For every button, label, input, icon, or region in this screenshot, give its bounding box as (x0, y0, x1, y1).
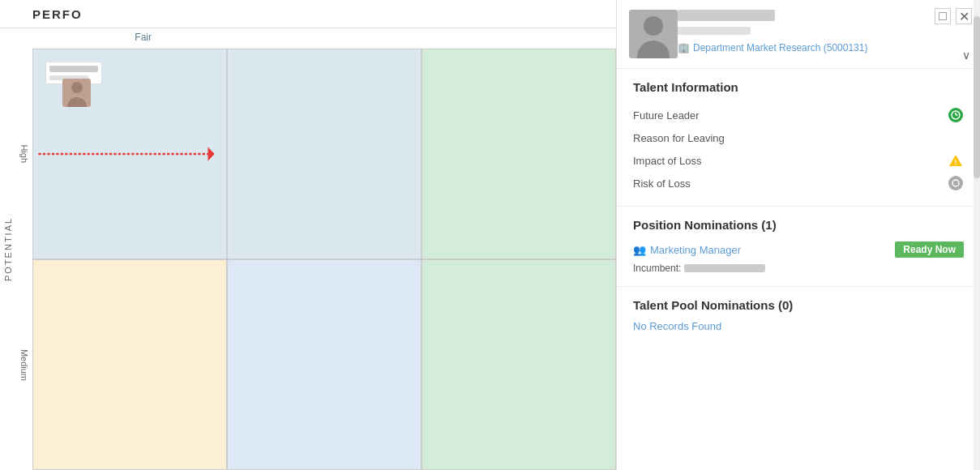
building-icon: 🏢 (678, 42, 690, 53)
scrollbar-track (974, 0, 980, 470)
row-label-medium-text: Medium (19, 348, 29, 380)
gray-circle-icon (948, 176, 963, 190)
close-button[interactable]: ✕ (956, 8, 972, 24)
risk-label: Risk of Loss (633, 177, 691, 190)
ready-now-badge: Ready Now (895, 241, 964, 258)
matrix-row-high: High (16, 49, 616, 259)
talent-row-impact: Impact of Loss ! (633, 149, 964, 172)
matrix-cells-high (32, 49, 616, 259)
reason-icon (948, 130, 964, 146)
warning-triangle-icon: ! (948, 154, 963, 167)
talent-section-title: Talent Information (633, 80, 964, 94)
chevron-button[interactable]: ∨ (962, 49, 970, 62)
svg-point-7 (952, 180, 959, 186)
matrix-body: POTENTIAL Fair High (0, 28, 616, 470)
talent-pool-title: Talent Pool Nominations (0) (633, 298, 964, 312)
talent-row-future-leader: Future Leader (633, 104, 964, 126)
position-name-link[interactable]: 👥 Marketing Manager (633, 244, 741, 256)
name-placeholder (49, 66, 98, 72)
incumbent-row: Incumbent: (633, 263, 964, 275)
row-label-medium: Medium (16, 259, 32, 470)
impact-icon: ! (948, 152, 964, 169)
person-name (678, 10, 968, 24)
col-header-fair: Fair (49, 28, 238, 49)
scrollbar-thumb[interactable] (974, 16, 980, 178)
matrix-cells-medium (32, 259, 616, 470)
users-icon: 👥 (633, 244, 646, 256)
cell-high-mid (227, 49, 422, 259)
employee-card[interactable] (45, 62, 102, 84)
col-header-high (427, 28, 616, 49)
matrix-area: PERFO POTENTIAL Fair High (0, 0, 616, 470)
matrix-row-medium: Medium (16, 259, 616, 470)
green-clock-icon (948, 108, 963, 122)
talent-section: Talent Information Future Leader Rea (617, 69, 980, 207)
matrix-grid: Fair High (16, 28, 616, 470)
cell-med-low (32, 259, 227, 470)
cell-med-mid (227, 259, 422, 470)
circle-icon-svg (952, 179, 960, 187)
window-controls: □ ✕ (935, 8, 972, 24)
nominations-title: Position Nominations (1) (633, 218, 964, 232)
risk-icon (948, 175, 964, 191)
svg-text:!: ! (955, 158, 957, 166)
future-leader-icon (948, 107, 964, 123)
reason-label: Reason for Leaving (633, 132, 725, 144)
subtitle-blur (678, 27, 751, 35)
talent-row-reason: Reason for Leaving (633, 126, 964, 149)
cell-high-high (422, 49, 616, 259)
y-axis-label: POTENTIAL (0, 28, 16, 470)
cell-med-high (422, 259, 616, 470)
department-name: Market Research (5000131) (747, 42, 867, 53)
nominations-section: Position Nominations (1) 👥 Marketing Man… (617, 207, 980, 287)
row-label-high: High (16, 49, 32, 259)
clock-svg (951, 110, 961, 120)
department-text: Department Market Research (5000131) (693, 42, 867, 53)
panel-header-info: 🏢 Department Market Research (5000131) (678, 10, 968, 53)
panel-header: 🏢 Department Market Research (5000131) □… (617, 0, 980, 69)
position-name-text: Marketing Manager (650, 244, 741, 256)
incumbent-name (684, 263, 765, 275)
incumbent-label: Incumbent: (633, 263, 681, 275)
col-header-mid (238, 28, 426, 49)
department-label: Department (693, 42, 744, 53)
matrix-title: PERFO (32, 7, 83, 21)
person-photo (629, 10, 678, 58)
cell-high-low (32, 49, 227, 259)
incumbent-name-blur (684, 264, 765, 272)
row-label-high-text: High (19, 145, 29, 164)
no-records-text: No Records Found (633, 320, 964, 332)
person-subtitle (678, 26, 968, 37)
talent-pool-section: Talent Pool Nominations (0) No Records F… (617, 287, 980, 344)
talent-row-risk: Risk of Loss (633, 172, 964, 194)
employee-avatar (62, 79, 91, 107)
matrix-title-bar: PERFO (0, 0, 616, 28)
future-leader-label: Future Leader (633, 109, 700, 122)
name-blur (678, 10, 775, 21)
nomination-row: 👥 Marketing Manager Ready Now (633, 241, 964, 258)
minimize-button[interactable]: □ (935, 8, 951, 24)
main-container: PERFO POTENTIAL Fair High (0, 0, 980, 470)
impact-label: Impact of Loss (633, 155, 702, 167)
right-panel: 🏢 Department Market Research (5000131) □… (616, 0, 980, 470)
col-header-area: Fair (32, 28, 616, 49)
department-line: 🏢 Department Market Research (5000131) (678, 42, 968, 53)
